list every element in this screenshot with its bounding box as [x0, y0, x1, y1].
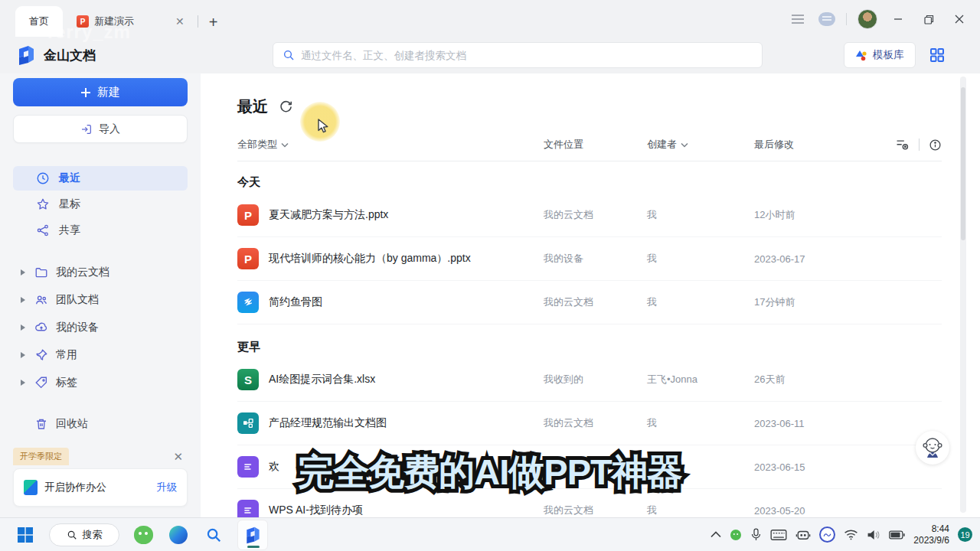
app-header: 金山文档 模板库 — [0, 37, 980, 73]
expand-caret-icon[interactable] — [21, 324, 25, 331]
scrollbar[interactable] — [960, 77, 966, 513]
tab-divider — [198, 15, 198, 28]
avatar[interactable] — [858, 9, 877, 29]
file-name: 产品经理规范输出文档图 — [269, 416, 387, 430]
file-modified: 12小时前 — [754, 208, 942, 222]
notification-badge[interactable]: 19 — [958, 527, 972, 542]
menu-icon[interactable] — [788, 9, 808, 29]
promo-close-icon[interactable]: ✕ — [173, 450, 188, 465]
file-modified: 2023-06-11 — [754, 418, 942, 429]
battery-icon[interactable] — [889, 530, 905, 540]
file-modified: 2023-05-20 — [754, 505, 942, 517]
volume-icon[interactable] — [867, 529, 880, 541]
expand-caret-icon[interactable] — [21, 297, 25, 303]
section-today: 今天 — [237, 175, 942, 190]
file-name: 夏天减肥方案与方法.pptx — [269, 208, 388, 222]
file-location: 我的云文档 — [544, 295, 647, 309]
chevron-down-icon — [681, 142, 688, 148]
page-title: 最近 — [237, 96, 268, 117]
windows-start-button[interactable] — [14, 523, 37, 546]
file-row[interactable]: P 夏天减肥方案与方法.pptx 我的云文档 我 12小时前 — [237, 194, 942, 237]
kdocs-taskbar-icon[interactable] — [237, 520, 268, 550]
type-filter-dropdown[interactable]: 全部类型 — [237, 138, 544, 152]
share-icon — [36, 223, 50, 237]
list-settings-icon[interactable] — [895, 139, 910, 152]
trash-icon — [34, 417, 48, 431]
import-button[interactable]: 导入 — [13, 115, 188, 143]
close-window-button[interactable] — [949, 9, 969, 29]
file-row[interactable]: WPS AI-找到待办项 我的云文档 我 2023-05-20 — [237, 489, 942, 517]
file-name: WPS AI-找到待办项 — [269, 504, 363, 517]
feedback-chat-icon[interactable] — [818, 12, 835, 26]
notes-file-icon — [237, 456, 259, 478]
titlebar: 首页 P 新建演示 ✕ + — [0, 0, 980, 37]
file-row[interactable]: P 现代培训师的核心能力（by gamma）.pptx 我的设备 我 2023-… — [237, 237, 942, 281]
file-location: 我的云文档 — [544, 208, 647, 222]
collab-doc-icon — [24, 480, 38, 495]
app-name: 金山文档 — [44, 47, 96, 64]
sidebar-item-recent[interactable]: 最近 — [13, 166, 188, 191]
file-name: AI绘图提示词合集.xlsx — [269, 373, 375, 386]
file-creator: 我 — [647, 504, 754, 517]
sidebar-item-starred[interactable]: 星标 — [13, 192, 188, 217]
expand-caret-icon[interactable] — [21, 352, 25, 358]
assistant-mascot-button[interactable] — [916, 431, 949, 465]
sidebar-item-frequent[interactable]: 常用 — [13, 342, 188, 368]
iflytek-tray-icon[interactable] — [819, 527, 835, 543]
touch-keyboard-icon[interactable] — [770, 529, 787, 541]
search-app-taskbar-icon[interactable] — [202, 523, 225, 546]
tag-icon — [34, 376, 48, 390]
search-input[interactable] — [301, 50, 753, 61]
edge-taskbar-icon[interactable] — [167, 523, 190, 546]
microphone-icon[interactable] — [750, 527, 762, 542]
file-creator: 我 — [647, 208, 754, 222]
file-row[interactable]: S AI绘图提示词合集.xlsx 我收到的 王飞•Jonna 26天前 — [237, 358, 942, 402]
sidebar-item-my-cloud-docs[interactable]: 我的云文档 — [13, 259, 188, 285]
plus-icon — [80, 87, 91, 98]
apps-grid-icon[interactable] — [929, 47, 945, 63]
tab-presentation[interactable]: P 新建演示 ✕ — [63, 6, 193, 37]
list-header: 全部类型 文件位置 创建者 最后修改 — [237, 138, 942, 161]
wifi-icon[interactable] — [844, 529, 858, 540]
tab-home[interactable]: 首页 — [15, 6, 63, 37]
new-tab-button[interactable]: + — [203, 12, 224, 32]
flowchart-file-icon — [237, 412, 259, 434]
import-icon — [80, 123, 93, 135]
minimize-button[interactable] — [888, 9, 908, 29]
pptx-file-icon: P — [237, 204, 259, 226]
promo-card[interactable]: 开启协作办公 升级 — [13, 468, 188, 507]
tray-chevron-up-icon[interactable] — [710, 531, 721, 538]
notes-file-icon — [237, 500, 259, 517]
creator-filter-dropdown[interactable]: 创建者 — [647, 138, 754, 152]
taskbar: 搜索 — [0, 517, 980, 551]
titlebar-divider — [846, 13, 847, 25]
new-document-button[interactable]: 新建 — [13, 78, 188, 106]
scrollbar-thumb[interactable] — [961, 87, 965, 240]
expand-caret-icon[interactable] — [21, 380, 25, 386]
ppt-file-icon: P — [77, 15, 89, 28]
info-icon[interactable] — [929, 139, 942, 152]
taskbar-clock[interactable]: 8:44 2023/9/6 — [913, 523, 949, 546]
wechat-tray-icon[interactable] — [730, 529, 742, 541]
upgrade-link[interactable]: 升级 — [156, 481, 177, 494]
sidebar-item-trash[interactable]: 回收站 — [13, 411, 188, 437]
file-row[interactable]: 简约鱼骨图 我的云文档 我 17分钟前 — [237, 281, 942, 324]
file-row[interactable]: 产品经理规范输出文档图 我的云文档 我 2023-06-11 — [237, 402, 942, 445]
template-library-icon — [855, 50, 867, 61]
sidebar-item-shared[interactable]: 共享 — [13, 218, 188, 243]
template-library-button[interactable]: 模板库 — [844, 42, 916, 68]
search-bar[interactable] — [273, 42, 763, 68]
restore-button[interactable] — [919, 9, 939, 29]
file-location: 我收到的 — [544, 373, 647, 386]
refresh-icon[interactable] — [279, 99, 293, 114]
wechat-taskbar-icon[interactable] — [132, 523, 155, 546]
expand-caret-icon[interactable] — [21, 269, 25, 276]
taskbar-search[interactable]: 搜索 — [49, 523, 119, 546]
sidebar-item-team-docs[interactable]: 团队文档 — [13, 287, 188, 313]
file-creator: 我 — [647, 252, 754, 266]
file-row[interactable]: 欢 2023-06-15 — [237, 445, 942, 489]
sidebar-item-tags[interactable]: 标签 — [13, 370, 188, 396]
close-tab-icon[interactable]: ✕ — [172, 14, 188, 29]
sidebar-item-my-devices[interactable]: 我的设备 — [13, 315, 188, 341]
ime-robot-icon[interactable] — [795, 528, 811, 542]
